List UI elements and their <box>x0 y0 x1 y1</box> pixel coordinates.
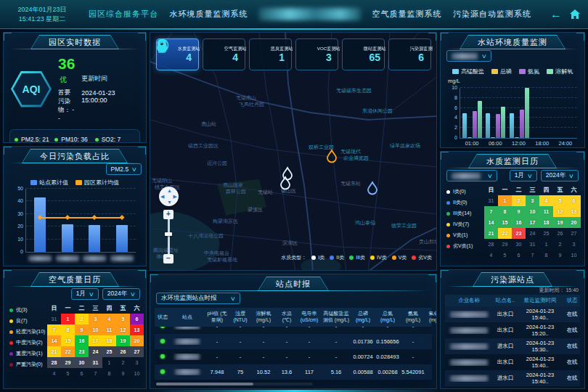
table-row[interactable]: ------0.017360.156656-- <box>155 334 432 349</box>
table-row[interactable]: ------0.007240.028493-- <box>155 349 432 364</box>
water-cal-station-select[interactable]: ∨ <box>446 170 497 181</box>
station-button-污染源监测[interactable]: 污染源监测6 <box>388 38 431 70</box>
calendar-day[interactable]: 8 <box>61 324 75 335</box>
calendar-day[interactable]: 15 <box>61 335 75 346</box>
calendar-day[interactable]: 26 <box>553 228 567 239</box>
nav-item-park-platform[interactable]: 园区综合服务平台 <box>89 9 158 20</box>
calendar-day[interactable]: 21 <box>484 228 498 239</box>
calendar-day[interactable]: 31 <box>484 195 498 206</box>
calendar-day[interactable]: 6 <box>75 368 89 379</box>
calendar-day[interactable]: 5 <box>116 314 130 324</box>
calendar-day[interactable]: 30 <box>512 239 526 250</box>
calendar-day[interactable]: 11 <box>539 206 553 217</box>
month-select[interactable]: 1月∨ <box>71 288 99 300</box>
station-button-恶臭监测站[interactable]: 恶臭监测站1 <box>249 38 292 70</box>
calendar-day[interactable]: 15 <box>498 217 512 228</box>
calendar-day[interactable]: 19 <box>553 217 567 228</box>
calendar-day[interactable]: 5 <box>553 195 567 206</box>
calendar-day[interactable]: 7 <box>484 206 498 217</box>
calendar-day[interactable]: 6 <box>130 314 144 324</box>
zoom-in-button[interactable]: + <box>163 210 173 219</box>
calendar-day[interactable]: 1 <box>539 239 553 250</box>
table-row[interactable]: ---------- <box>155 327 432 334</box>
calendar-day[interactable]: 1 <box>61 314 75 324</box>
calendar-day[interactable]: 2 <box>512 195 526 206</box>
calendar-day[interactable]: 20 <box>567 217 581 228</box>
source-row[interactable]: 进水口2024-01-23 15:40..在线 <box>445 370 580 386</box>
calendar-day[interactable]: 7 <box>47 324 61 335</box>
calendar-day[interactable]: 5 <box>498 250 512 261</box>
calendar-day[interactable]: 18 <box>102 335 116 346</box>
calendar-day[interactable]: 24 <box>526 228 539 239</box>
pollutant-select[interactable]: PM2.5∨ <box>106 163 142 175</box>
calendar-day[interactable]: 10 <box>89 324 102 335</box>
calendar-day[interactable]: 12 <box>553 206 567 217</box>
calendar-day[interactable]: 29 <box>61 357 75 368</box>
zoom-out-button[interactable]: − <box>163 254 173 264</box>
pan-down-icon[interactable]: ▼ <box>167 200 172 205</box>
calendar-day[interactable]: 2 <box>553 239 567 250</box>
calendar-day[interactable]: 13 <box>130 324 144 335</box>
calendar-day[interactable]: 13 <box>567 206 581 217</box>
nav-item-water-system[interactable]: 水环境质量监测系统 <box>170 9 248 20</box>
calendar-day[interactable]: 8 <box>498 206 512 217</box>
home-icon[interactable] <box>569 9 581 20</box>
report-type-select[interactable]: 水环境监测站点时报∨ <box>156 293 240 304</box>
calendar-day[interactable]: 8 <box>539 250 553 261</box>
calendar-day[interactable]: 9 <box>553 250 567 261</box>
calendar-day[interactable]: 2 <box>116 357 130 368</box>
calendar-day[interactable]: 19 <box>116 335 130 346</box>
calendar-day[interactable]: 17 <box>526 217 539 228</box>
pan-up-icon[interactable]: ▲ <box>167 188 172 193</box>
source-row[interactable]: 出水口2024-01-23 15:40..在线 <box>445 354 580 370</box>
calendar-day[interactable]: 10 <box>130 368 144 379</box>
source-row[interactable]: 出水口2024-01-23 15:20..在线 <box>445 322 580 338</box>
horizontal-scrollbar[interactable] <box>156 383 313 385</box>
zoom-slider-track[interactable] <box>168 219 170 254</box>
calendar-day[interactable]: 28 <box>484 239 498 250</box>
calendar-day[interactable]: 21 <box>47 346 61 357</box>
month-select[interactable]: 1月∨ <box>510 170 537 181</box>
calendar-day[interactable]: 16 <box>512 217 526 228</box>
calendar-day[interactable]: 3 <box>526 195 539 206</box>
calendar-day[interactable]: 14 <box>47 335 61 346</box>
station-button-空气监测站[interactable]: 空气监测站4 <box>203 38 245 70</box>
calendar-day[interactable]: 7 <box>89 368 102 379</box>
calendar-day[interactable]: 4 <box>102 314 116 324</box>
calendar-day[interactable]: 9 <box>512 206 526 217</box>
report-table-body[interactable]: ----------------0.017360.156656--------0… <box>155 327 432 381</box>
calendar-day[interactable]: 12 <box>116 324 130 335</box>
map-pan-control[interactable]: ▲ ▼ ◀ ▶ <box>159 187 179 206</box>
calendar-day[interactable]: 3 <box>130 357 144 368</box>
calendar-day[interactable]: 31 <box>47 314 61 324</box>
calendar-day[interactable]: 22 <box>498 228 512 239</box>
water-station-select[interactable]: ∨ <box>446 50 491 62</box>
calendar-day[interactable]: 4 <box>539 195 553 206</box>
calendar-day[interactable]: 3 <box>567 239 581 250</box>
calendar-day[interactable]: 11 <box>102 324 116 335</box>
calendar-day[interactable]: 2 <box>75 314 89 324</box>
year-select[interactable]: 2024年∨ <box>541 170 579 181</box>
calendar-day[interactable]: 31 <box>526 239 539 250</box>
source-row[interactable]: 出水口2024-01-23 15:40..在线 <box>445 306 580 322</box>
calendar-day[interactable]: 6 <box>567 195 581 206</box>
calendar-day[interactable]: 1 <box>102 357 116 368</box>
table-row[interactable]: 7.9487510.5213.61175.160.005880.002685.5… <box>155 364 432 380</box>
calendar-day[interactable]: 29 <box>498 239 512 250</box>
zoom-slider-handle[interactable] <box>165 232 172 236</box>
pan-left-icon[interactable]: ◀ <box>160 194 164 199</box>
map-panel[interactable]: 无锡惠山飞凤牡丹园无锡锡东生态园东港休闲公园惠山站锡西工业园区运河公园双桥工业园… <box>150 32 437 271</box>
calendar-day[interactable]: 27 <box>567 228 581 239</box>
calendar-day[interactable]: 31 <box>89 357 102 368</box>
pan-right-icon[interactable]: ▶ <box>173 194 177 199</box>
back-arrow-icon[interactable]: ← <box>550 9 562 20</box>
station-button-微站监测站[interactable]: 微站监测站65 <box>342 38 385 70</box>
calendar-day[interactable]: 9 <box>75 324 89 335</box>
calendar-day[interactable]: 28 <box>47 357 61 368</box>
calendar-day[interactable]: 9 <box>116 368 130 379</box>
calendar-day[interactable]: 8 <box>102 368 116 379</box>
calendar-day[interactable]: 10 <box>526 206 539 217</box>
calendar-day[interactable]: 5 <box>61 368 75 379</box>
calendar-day[interactable]: 24 <box>89 346 102 357</box>
calendar-day[interactable]: 18 <box>539 217 553 228</box>
